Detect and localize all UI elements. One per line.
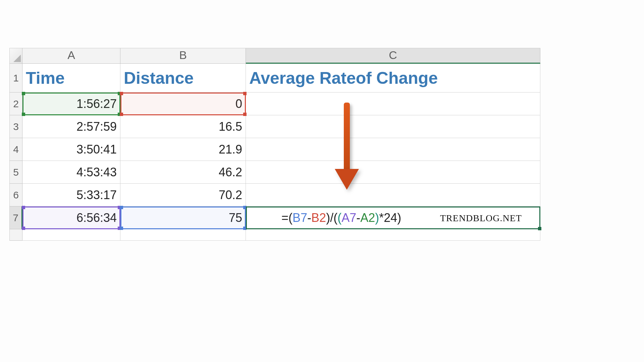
- cell-B4[interactable]: 21.9: [120, 138, 246, 161]
- spreadsheet-grid: A B C 1 Time Distance Average Rateof Cha…: [9, 48, 540, 241]
- row-2: 2 1:56:27 0: [10, 93, 540, 115]
- row-3: 3 2:57:59 16.5: [10, 115, 540, 138]
- cell-A1[interactable]: Time: [22, 64, 120, 93]
- row-header-2[interactable]: 2: [10, 93, 22, 115]
- canvas: A B C 1 Time Distance Average Rateof Cha…: [0, 0, 644, 362]
- cell-B2[interactable]: 0: [120, 93, 246, 115]
- row-5: 5 4:53:43 46.2: [10, 161, 540, 184]
- cell-C2[interactable]: [246, 93, 540, 115]
- row-header-6[interactable]: 6: [10, 184, 22, 206]
- cell-A2[interactable]: 1:56:27: [22, 93, 120, 115]
- row-4: 4 3:50:41 21.9: [10, 138, 540, 161]
- cell-B6[interactable]: 70.2: [120, 184, 246, 206]
- cell-B7[interactable]: 75: [120, 206, 246, 229]
- column-header-C[interactable]: C: [246, 48, 540, 64]
- cell-A4[interactable]: 3:50:41: [22, 138, 120, 161]
- row-header-3[interactable]: 3: [10, 115, 22, 138]
- watermark-text: TRENDBLOG.NET: [440, 213, 522, 224]
- row-header-5[interactable]: 5: [10, 161, 22, 184]
- column-header-row: A B C: [10, 48, 540, 64]
- cell-B1[interactable]: Distance: [120, 64, 246, 93]
- cell-B3[interactable]: 16.5: [120, 115, 246, 138]
- cell-C8[interactable]: [246, 229, 540, 241]
- select-all-corner[interactable]: [10, 48, 22, 64]
- cell-A3[interactable]: 2:57:59: [22, 115, 120, 138]
- cell-C3[interactable]: [246, 115, 540, 138]
- row-header-4[interactable]: 4: [10, 138, 22, 161]
- cell-C4[interactable]: [246, 138, 540, 161]
- cell-A5[interactable]: 4:53:43: [22, 161, 120, 184]
- cell-A7[interactable]: 6:56:34: [22, 206, 120, 229]
- cell-B8[interactable]: [120, 229, 246, 241]
- row-header-1[interactable]: 1: [10, 64, 22, 93]
- row-1: 1 Time Distance Average Rateof Change: [10, 64, 540, 93]
- row-header-7[interactable]: 7: [10, 206, 22, 229]
- cell-C5[interactable]: [246, 161, 540, 184]
- column-header-B[interactable]: B: [120, 48, 246, 64]
- row-8: [10, 229, 540, 241]
- row-header-8[interactable]: [10, 229, 22, 241]
- column-header-A[interactable]: A: [22, 48, 120, 64]
- cell-C1[interactable]: Average Rateof Change: [246, 64, 540, 93]
- cell-A6[interactable]: 5:33:17: [22, 184, 120, 206]
- cell-B5[interactable]: 46.2: [120, 161, 246, 184]
- cell-A8[interactable]: [22, 229, 120, 241]
